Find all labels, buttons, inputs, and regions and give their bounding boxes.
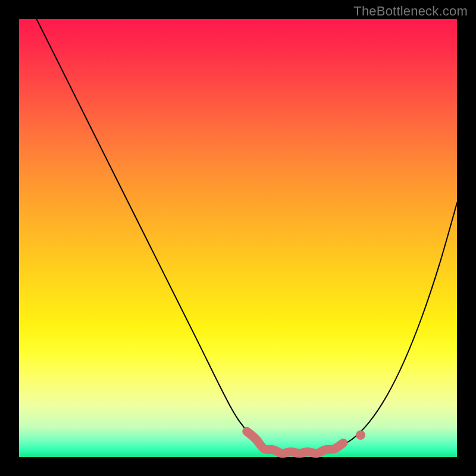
- chart-frame: TheBottleneck.com: [0, 0, 476, 476]
- optimal-range-segment: [247, 431, 343, 453]
- plot-area: [19, 19, 457, 457]
- bottleneck-curve: [36, 19, 457, 453]
- chart-svg: [19, 19, 457, 457]
- watermark-text: TheBottleneck.com: [353, 4, 468, 19]
- optimal-point-dot: [356, 430, 365, 440]
